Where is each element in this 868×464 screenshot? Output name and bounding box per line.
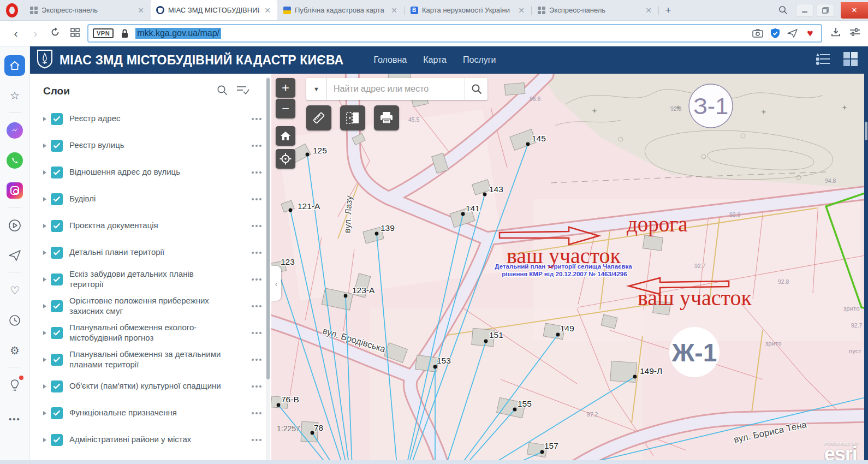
tune-sliders-icon[interactable] (849, 27, 860, 39)
layer-row[interactable]: Адміністративні райони у містах (43, 426, 271, 453)
forward-icon[interactable]: › (28, 27, 43, 40)
layer-checkbox[interactable] (51, 434, 63, 446)
layer-checkbox[interactable] (51, 380, 63, 392)
sidebar-myflow-icon[interactable] (4, 245, 25, 266)
layer-options-icon[interactable] (252, 198, 261, 200)
layer-row[interactable]: Проєктна документація (43, 212, 271, 239)
layers-search-icon[interactable] (217, 85, 228, 98)
shield-check-icon[interactable] (769, 27, 782, 40)
layer-row[interactable]: Реєстр вулиць (43, 132, 271, 159)
nav-home-link[interactable]: Головна (373, 55, 407, 65)
layer-row[interactable]: Будівлі (43, 186, 271, 212)
snapshot-camera-icon[interactable] (751, 27, 764, 40)
layer-checkbox[interactable] (51, 327, 63, 339)
measure-tool-button[interactable] (306, 105, 331, 130)
map-search-input[interactable] (327, 78, 465, 100)
layer-options-icon[interactable] (252, 145, 261, 147)
layer-checkbox[interactable] (51, 247, 63, 259)
opera-logo[interactable] (0, 0, 24, 20)
layer-checkbox[interactable] (51, 166, 63, 179)
nav-services-link[interactable]: Послуги (463, 55, 496, 65)
tab-close-icon[interactable]: ✕ (390, 6, 399, 15)
apps-grid-icon[interactable] (843, 51, 858, 69)
layer-row[interactable]: Детальні плани території (43, 239, 271, 266)
url-text[interactable]: mkk.kga.gov.ua/map/ (135, 28, 221, 39)
layer-options-icon[interactable] (252, 359, 261, 361)
map-canvas[interactable]: З-1 Ж-1 вул. Лазу вул. Бродівська вул. Б… (271, 74, 868, 464)
locate-button[interactable] (276, 149, 295, 169)
sidebar-home-icon[interactable] (4, 55, 25, 76)
expand-arrow-icon[interactable] (43, 358, 46, 362)
expand-arrow-icon[interactable] (43, 304, 46, 308)
sidebar-settings-gear-icon[interactable]: ⚙ (4, 340, 25, 361)
layer-checkbox[interactable] (51, 273, 63, 285)
sidebar-hints-bulb-icon[interactable] (4, 375, 25, 396)
layer-row[interactable]: Орієнтовне положення прибережних захисни… (43, 293, 271, 319)
tab-close-icon[interactable]: ✕ (517, 6, 526, 15)
layer-row[interactable]: Відношення адрес до вулиць (43, 159, 271, 186)
layer-options-icon[interactable] (252, 439, 261, 441)
send-flow-icon[interactable] (786, 27, 799, 40)
expand-arrow-icon[interactable] (43, 144, 46, 148)
layer-options-icon[interactable] (252, 385, 261, 388)
print-button[interactable] (374, 105, 399, 130)
sidebar-instagram-icon[interactable] (4, 180, 25, 201)
layer-options-icon[interactable] (252, 225, 261, 227)
swipe-layers-button[interactable] (340, 105, 365, 130)
expand-arrow-icon[interactable] (43, 251, 46, 255)
expand-arrow-icon[interactable] (43, 411, 46, 415)
vpn-badge[interactable]: VPN (93, 28, 114, 38)
downloads-icon[interactable] (831, 27, 841, 39)
bookmark-heart-icon[interactable]: ♥ (804, 27, 817, 40)
reload-icon[interactable] (48, 27, 62, 40)
tab-close-icon[interactable]: ✕ (263, 6, 272, 15)
layer-row[interactable]: Планувальні обмеження еколого-містобудів… (43, 319, 271, 346)
layers-scrollbar[interactable] (266, 77, 270, 461)
layer-checkbox[interactable] (51, 113, 63, 125)
expand-arrow-icon[interactable] (43, 197, 46, 201)
sidebar-history-clock-icon[interactable] (4, 310, 25, 331)
nav-map-link[interactable]: Карта (423, 55, 447, 65)
window-minimize-button[interactable] (796, 4, 813, 17)
page-scrollbar[interactable] (864, 74, 868, 464)
layer-checkbox[interactable] (51, 300, 63, 312)
layer-options-icon[interactable] (252, 332, 261, 334)
sidebar-messenger-icon[interactable] (4, 120, 25, 141)
sidebar-player-icon[interactable] (4, 215, 25, 236)
layer-row[interactable]: Об'єкти (пам'ятки) культурної спадщини (43, 373, 271, 400)
tab-speed-dial-2[interactable]: Экспресс-панель ✕ (532, 0, 658, 20)
layer-checkbox[interactable] (51, 354, 63, 366)
tab-search-icon[interactable] (773, 5, 793, 15)
legend-list-icon[interactable] (815, 52, 831, 68)
layer-checkbox[interactable] (51, 220, 63, 232)
sidebar-favorites-heart-icon[interactable]: ♡ (4, 280, 25, 301)
expand-arrow-icon[interactable] (43, 224, 46, 228)
layer-row[interactable]: Функціональне призначення (43, 400, 271, 426)
layer-row[interactable]: Реєстр адрес (43, 105, 271, 132)
sidebar-bookmarks-star-icon[interactable]: ☆ (4, 85, 25, 106)
expand-arrow-icon[interactable] (43, 331, 46, 335)
sidebar-more-icon[interactable]: ••• (4, 408, 25, 429)
layer-options-icon[interactable] (252, 171, 261, 174)
expand-arrow-icon[interactable] (43, 170, 46, 175)
new-tab-button[interactable]: + (659, 0, 677, 20)
tab-cadastral-map[interactable]: Публічна кадастрова карта ✕ (277, 0, 404, 20)
layer-options-icon[interactable] (252, 305, 261, 307)
tab-realty-map[interactable]: B Карта нерухомості України ✕ (405, 0, 531, 20)
tab-miac-active[interactable]: МІАС ЗМД МІСТОБУДІВНИЙ ✕ (151, 0, 277, 20)
layer-options-icon[interactable] (252, 252, 261, 254)
expand-arrow-icon[interactable] (43, 384, 46, 389)
expand-arrow-icon[interactable] (43, 117, 46, 121)
map-search-button[interactable] (465, 78, 487, 100)
url-field[interactable]: VPN mkk.kga.gov.ua/map/ ♥ (87, 24, 822, 43)
layer-row[interactable]: Ескіз забудови детальних планів територі… (43, 266, 271, 293)
zoom-in-button[interactable]: + (276, 78, 295, 98)
layer-checkbox[interactable] (51, 193, 63, 205)
layer-checkbox[interactable] (51, 140, 63, 152)
layers-filter-icon[interactable] (236, 85, 249, 98)
tab-close-icon[interactable]: ✕ (136, 6, 145, 15)
zoom-out-button[interactable]: − (276, 99, 295, 118)
window-close-button[interactable]: ✕ (841, 2, 868, 19)
layer-options-icon[interactable] (252, 118, 261, 120)
sidebar-whatsapp-icon[interactable] (4, 150, 25, 171)
